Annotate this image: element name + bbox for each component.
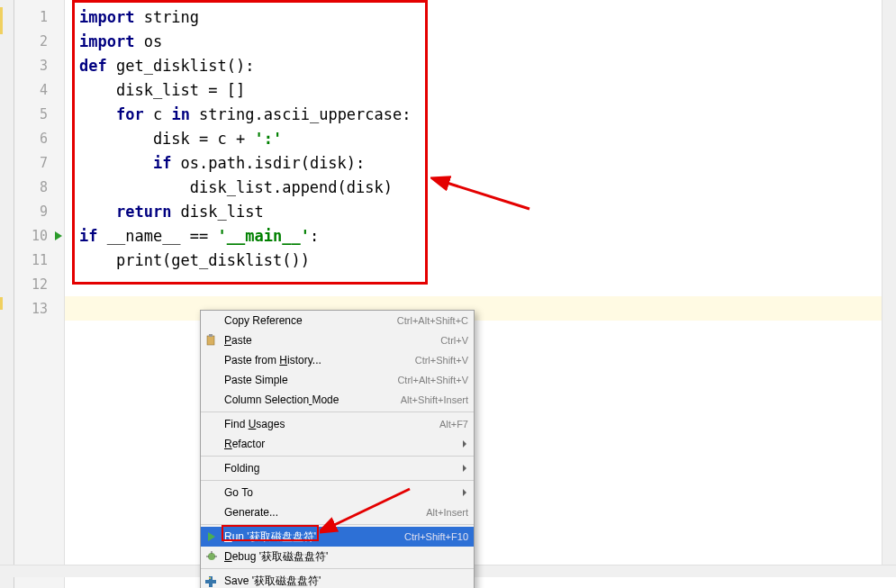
code-line[interactable]: if os.path.isdir(disk): bbox=[65, 150, 896, 175]
paste-icon bbox=[205, 334, 218, 347]
menu-shortcut: Alt+Shift+Insert bbox=[401, 394, 468, 405]
submenu-arrow-icon bbox=[463, 440, 466, 448]
diff-marker bbox=[0, 297, 3, 310]
menu-item-copy-reference[interactable]: Copy ReferenceCtrl+Alt+Shift+C bbox=[201, 311, 474, 330]
menu-shortcut: Ctrl+Shift+V bbox=[415, 355, 468, 366]
menu-label: Copy Reference bbox=[224, 314, 397, 327]
menu-label: Paste Simple bbox=[224, 374, 397, 386]
svg-point-5 bbox=[208, 553, 215, 560]
menu-item-generate[interactable]: Generate...Alt+Insert bbox=[201, 502, 474, 522]
code-line[interactable]: disk = c + ':' bbox=[65, 126, 896, 150]
code-line[interactable]: import os bbox=[65, 29, 896, 53]
run-icon bbox=[205, 530, 218, 543]
menu-label: Paste bbox=[224, 334, 440, 347]
menu-label: Go To bbox=[224, 486, 468, 499]
line-number: 10 bbox=[14, 223, 64, 248]
menu-item-debug[interactable]: Debug '获取磁盘盘符' bbox=[201, 547, 474, 566]
code-line[interactable]: def get_disklist(): bbox=[65, 53, 896, 77]
line-number: 9 bbox=[14, 199, 64, 223]
run-gutter-icon[interactable] bbox=[55, 231, 62, 240]
menu-item-folding[interactable]: Folding bbox=[201, 458, 474, 478]
menu-item-run[interactable]: Run '获取磁盘盘符'Ctrl+Shift+F10 bbox=[201, 527, 474, 547]
menu-item-paste[interactable]: PasteCtrl+V bbox=[201, 330, 474, 350]
line-number: 12 bbox=[14, 272, 64, 296]
menu-item-save[interactable]: Save '获取磁盘盘符' bbox=[201, 571, 474, 588]
debug-icon bbox=[205, 550, 218, 563]
code-line[interactable] bbox=[65, 296, 896, 321]
svg-marker-4 bbox=[208, 532, 215, 541]
submenu-arrow-icon bbox=[463, 465, 466, 472]
gutter: 12345678910111213 bbox=[14, 0, 65, 588]
menu-item-paste-simple[interactable]: Paste SimpleCtrl+Alt+Shift+V bbox=[201, 370, 474, 390]
code-line[interactable]: import string bbox=[65, 5, 896, 29]
code-line[interactable]: disk_list = [] bbox=[65, 77, 896, 102]
menu-shortcut: Ctrl+V bbox=[440, 335, 468, 346]
line-number: 3 bbox=[14, 53, 64, 77]
code-line[interactable] bbox=[65, 272, 896, 296]
menu-label: Generate... bbox=[224, 506, 426, 519]
line-number: 4 bbox=[14, 77, 64, 102]
code-line[interactable]: disk_list.append(disk) bbox=[65, 175, 896, 199]
line-number: 6 bbox=[14, 126, 64, 150]
menu-label: Column Selection Mode bbox=[224, 394, 401, 406]
line-number: 5 bbox=[14, 102, 64, 126]
menu-item-go-to[interactable]: Go To bbox=[201, 483, 474, 502]
line-number: 7 bbox=[14, 150, 64, 175]
code-line[interactable]: print(get_disklist()) bbox=[65, 248, 896, 272]
context-menu: Copy ReferenceCtrl+Alt+Shift+CPasteCtrl+… bbox=[200, 310, 475, 588]
menu-shortcut: Ctrl+Shift+F10 bbox=[404, 531, 468, 542]
menu-item-column-selection-mode[interactable]: Column Selection ModeAlt+Shift+Insert bbox=[201, 390, 474, 410]
menu-label: Debug '获取磁盘盘符' bbox=[224, 549, 468, 565]
menu-separator bbox=[201, 568, 474, 569]
line-number: 8 bbox=[14, 175, 64, 199]
menu-shortcut: Ctrl+Alt+Shift+V bbox=[397, 375, 468, 385]
menu-item-find-usages[interactable]: Find UsagesAlt+F7 bbox=[201, 414, 474, 434]
code-line[interactable]: for c in string.ascii_uppercase: bbox=[65, 102, 896, 126]
code-area[interactable]: import stringimport osdef get_disklist()… bbox=[65, 0, 896, 588]
submenu-arrow-icon bbox=[463, 489, 466, 496]
menu-label: Run '获取磁盘盘符' bbox=[224, 529, 404, 545]
svg-point-9 bbox=[209, 577, 211, 579]
code-line[interactable]: return disk_list bbox=[65, 199, 896, 223]
menu-label: Refactor bbox=[224, 438, 468, 450]
menu-separator bbox=[201, 524, 474, 525]
menu-separator bbox=[201, 456, 474, 457]
menu-label: Paste from History... bbox=[224, 354, 415, 366]
left-margin bbox=[0, 0, 14, 588]
diff-marker bbox=[0, 7, 3, 34]
code-line[interactable]: if __name__ == '__main__': bbox=[65, 223, 896, 248]
menu-separator bbox=[201, 480, 474, 481]
line-number: 2 bbox=[14, 29, 64, 53]
menu-item-refactor[interactable]: Refactor bbox=[201, 434, 474, 454]
menu-shortcut: Ctrl+Alt+Shift+C bbox=[397, 315, 468, 326]
python-icon bbox=[205, 574, 218, 587]
line-number: 13 bbox=[14, 296, 64, 321]
line-number: 1 bbox=[14, 5, 64, 29]
menu-label: Find Usages bbox=[224, 418, 439, 430]
menu-label: Save '获取磁盘盘符' bbox=[224, 574, 468, 589]
line-number: 11 bbox=[14, 248, 64, 272]
svg-rect-2 bbox=[207, 336, 214, 345]
menu-item-paste-from-history[interactable]: Paste from History...Ctrl+Shift+V bbox=[201, 350, 474, 370]
svg-rect-3 bbox=[209, 334, 213, 337]
menu-shortcut: Alt+Insert bbox=[426, 507, 468, 518]
menu-separator bbox=[201, 412, 474, 412]
menu-label: Folding bbox=[224, 462, 468, 475]
menu-shortcut: Alt+F7 bbox=[439, 419, 468, 430]
vertical-scrollbar[interactable] bbox=[882, 0, 896, 576]
